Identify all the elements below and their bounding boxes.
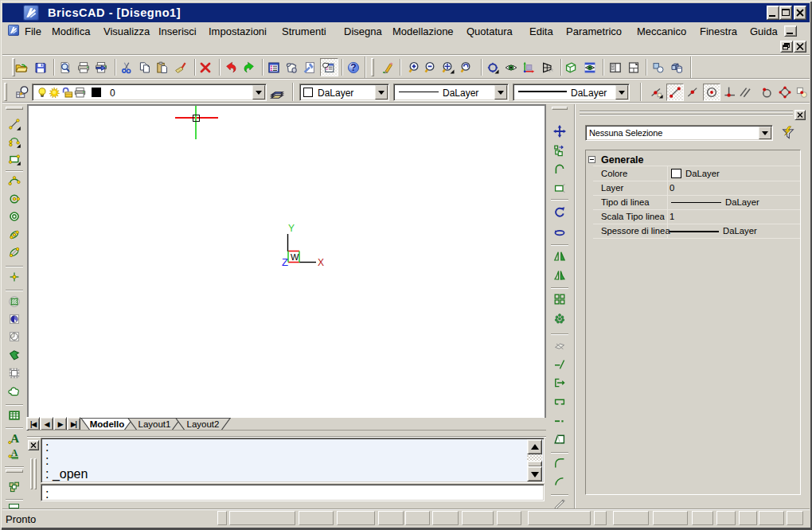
svg-text:Z: Z <box>282 256 288 268</box>
svg-text:W: W <box>291 252 299 262</box>
svg-text:A: A <box>10 432 19 445</box>
svg-text:X: X <box>318 257 324 268</box>
svg-text:Y: Y <box>288 223 295 234</box>
svg-text:?: ? <box>350 62 356 73</box>
